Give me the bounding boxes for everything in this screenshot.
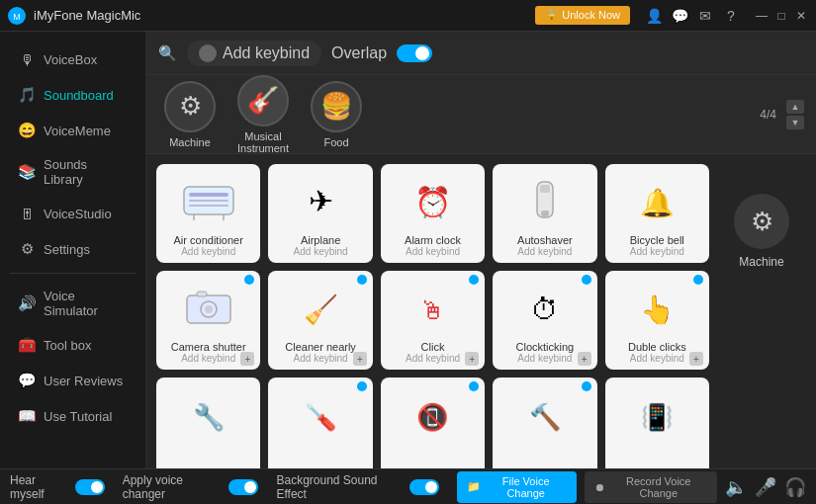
sidebar-item-voicestudio[interactable]: 🎚 VoiceStudio — [4, 196, 141, 231]
sidebar-item-user-reviews[interactable]: 💬 User Reviews — [4, 363, 141, 398]
bicycle-bell-keybind[interactable]: Add keybind — [630, 246, 684, 257]
sound-card-autoshaver[interactable]: Autoshaver Add keybind — [493, 164, 596, 263]
musical-category-icon: 🎸 — [237, 75, 289, 126]
sidebar-label-voice-simulator: Voice Simulator — [44, 289, 128, 318]
apply-voice-item: Apply voice changer — [123, 473, 259, 501]
click-plus[interactable]: + — [465, 352, 479, 366]
sidebar-label-voicestudio: VoiceStudio — [44, 207, 112, 221]
search-icon[interactable]: 🔍 — [158, 44, 177, 62]
duble-clicks-plus[interactable]: + — [689, 352, 703, 366]
hear-myself-label: Hear myself — [10, 473, 69, 501]
sidebar-item-settings[interactable]: ⚙ Settings — [4, 231, 141, 267]
sound-card-duble-clicks[interactable]: 👆 Duble clicks Add keybind + — [605, 271, 709, 370]
keybind-area[interactable]: Add keybind — [187, 41, 321, 66]
airplane-keybind[interactable]: Add keybind — [294, 246, 348, 257]
sidebar: 🎙 VoiceBox 🎵 Soundboard 😄 VoiceMeme 📚 So… — [0, 32, 146, 468]
clockticking-plus[interactable]: + — [578, 352, 591, 366]
sidebar-item-voicebox[interactable]: 🎙 VoiceBox — [4, 42, 141, 77]
apply-voice-toggle[interactable] — [228, 479, 258, 495]
svg-text:✈: ✈ — [309, 185, 333, 217]
sound-card-cleaner-nearly[interactable]: 🧹 Cleaner nearly Add keybind + — [268, 271, 372, 370]
svg-text:🔧: 🔧 — [193, 401, 226, 433]
sidebar-item-voicememe[interactable]: 😄 VoiceMeme — [4, 113, 141, 148]
drill2-badge — [357, 381, 367, 391]
cleaner-nearly-plus[interactable]: + — [353, 352, 367, 366]
air-conditioner-name: Air conditioner — [174, 234, 243, 246]
mail-icon[interactable]: ✉ — [695, 6, 715, 26]
sidebar-item-voice-simulator[interactable]: 🔊 Voice Simulator — [4, 280, 141, 327]
sound-card-bicycle-bell[interactable]: 🔔 Bicycle bell Add keybind — [605, 164, 709, 263]
sound-card-drill[interactable]: 🔧 — [156, 378, 260, 468]
food-category-icon: 🍔 — [311, 81, 362, 132]
sound-card-clockticking[interactable]: ⏱ Clockticking Add keybind + — [493, 271, 596, 370]
voicememe-icon: 😄 — [18, 122, 36, 139]
message-icon[interactable]: 💬 — [670, 6, 689, 26]
sidebar-item-toolbox[interactable]: 🧰 Tool box — [4, 327, 141, 363]
hear-myself-toggle[interactable] — [75, 479, 105, 495]
click-keybind[interactable]: Add keybind — [406, 353, 460, 364]
sidebar-label-user-reviews: User Reviews — [44, 374, 123, 388]
bg-sound-item: Background Sound Effect — [276, 473, 438, 501]
autoshaver-keybind[interactable]: Add keybind — [517, 246, 572, 257]
close-button[interactable]: ✕ — [794, 9, 808, 23]
speaker-icon[interactable]: 🔈 — [725, 476, 747, 498]
sounds-library-icon: 📚 — [18, 163, 36, 181]
svg-rect-12 — [541, 210, 549, 216]
drill-icon: 🔧 — [177, 385, 240, 449]
food-category-label: Food — [323, 136, 348, 148]
unlock-button[interactable]: 🔒 Unlock Now — [535, 6, 630, 25]
file-voice-change-button[interactable]: 📁 File Voice Change — [457, 471, 577, 503]
click-badge — [469, 275, 479, 285]
category-down-arrow[interactable]: ▼ — [786, 116, 804, 129]
sound-card-click[interactable]: 🖱 Click Add keybind + — [381, 271, 485, 370]
category-up-arrow[interactable]: ▲ — [786, 100, 804, 114]
microphone-icon[interactable]: 🎤 — [755, 476, 776, 498]
sound-card-vibrate[interactable]: 📳 — [605, 378, 709, 468]
air-conditioner-keybind[interactable]: Add keybind — [181, 246, 235, 257]
camera-shutter-keybind[interactable]: Add keybind — [181, 353, 235, 364]
record-voice-label: Record Voice Change — [610, 475, 707, 499]
minimize-button[interactable]: — — [755, 9, 769, 23]
hear-myself-item: Hear myself — [10, 473, 105, 501]
sound-card-air-conditioner[interactable]: Air conditioner Add keybind — [156, 164, 260, 263]
voicestudio-icon: 🎚 — [18, 205, 36, 222]
maximize-button[interactable]: □ — [774, 9, 788, 23]
category-food[interactable]: 🍔 Food — [305, 81, 368, 148]
bg-sound-toggle[interactable] — [409, 479, 439, 495]
sound-card-drill2[interactable]: 🪛 — [268, 378, 372, 468]
clockticking-badge — [582, 275, 591, 285]
svg-text:⏱: ⏱ — [531, 294, 559, 325]
sound-card-phone-off[interactable]: 📵 — [381, 378, 485, 468]
clockticking-keybind[interactable]: Add keybind — [517, 353, 572, 364]
sidebar-item-sounds-library[interactable]: 📚 Sounds Library — [4, 148, 141, 196]
sound-card-camera-shutter[interactable]: Camera shutter Add keybind + — [156, 271, 260, 370]
cleaner-nearly-keybind[interactable]: Add keybind — [294, 353, 348, 364]
duble-clicks-keybind[interactable]: Add keybind — [630, 353, 684, 364]
help-icon[interactable]: ? — [721, 6, 741, 26]
bottombar: Hear myself Apply voice changer Backgrou… — [0, 468, 816, 504]
sound-card-alarm-clock[interactable]: ⏰ Alarm clock Add keybind — [381, 164, 485, 263]
sidebar-label-voicebox: VoiceBox — [44, 52, 97, 67]
profile-icon[interactable]: 👤 — [644, 6, 664, 26]
alarm-clock-keybind[interactable]: Add keybind — [406, 246, 460, 257]
overlap-toggle[interactable] — [397, 44, 432, 62]
sound-grid: Air conditioner Add keybind ✈ Airplane A… — [156, 164, 709, 459]
svg-rect-11 — [540, 185, 550, 193]
toolbox-icon: 🧰 — [18, 336, 36, 354]
headphone-icon[interactable]: 🎧 — [784, 476, 806, 498]
record-voice-change-button[interactable]: ⏺ Record Voice Change — [585, 471, 717, 503]
sidebar-item-use-tutorial[interactable]: 📖 Use Tutorial — [4, 398, 141, 434]
sound-card-tools[interactable]: 🔨 — [493, 378, 596, 468]
category-machine[interactable]: ⚙ Machine — [158, 81, 222, 148]
clockticking-name: Clockticking — [516, 341, 575, 353]
svg-text:📵: 📵 — [416, 401, 449, 433]
drill2-icon: 🪛 — [289, 385, 352, 449]
svg-text:🖱: 🖱 — [419, 295, 445, 325]
vibrate-icon: 📳 — [625, 385, 688, 449]
category-musical[interactable]: 🎸 MusicalInstrument — [231, 75, 295, 154]
sidebar-item-soundboard[interactable]: 🎵 Soundboard — [4, 77, 141, 113]
camera-shutter-plus[interactable]: + — [240, 352, 254, 366]
autoshaver-name: Autoshaver — [517, 234, 573, 246]
airplane-icon: ✈ — [289, 172, 352, 230]
sound-card-airplane[interactable]: ✈ Airplane Add keybind — [268, 164, 372, 263]
